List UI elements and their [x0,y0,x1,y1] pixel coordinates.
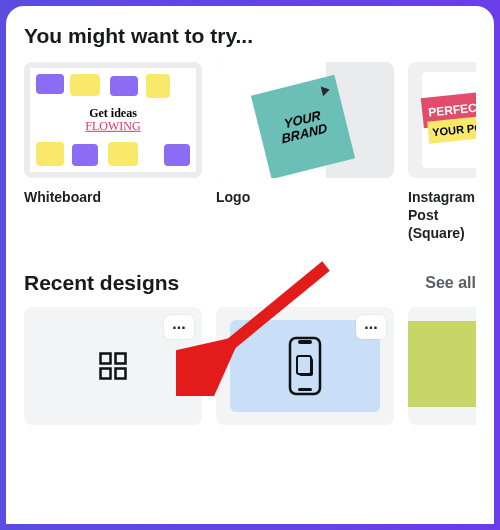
svg-rect-6 [298,388,312,391]
svg-rect-8 [297,356,311,374]
paper-plane-icon [321,85,331,97]
whiteboard-caption-line2: FLOWING [85,120,140,133]
recent-design-card[interactable]: ... [24,307,202,425]
template-thumb-whiteboard: Get ideas FLOWING [24,62,202,178]
recent-row: ... ... [24,307,476,425]
template-label-instagram: Instagram Post (Square) [408,188,476,243]
template-label-whiteboard: Whiteboard [24,188,202,206]
more-options-button[interactable]: ... [356,315,386,339]
more-options-button[interactable]: ... [164,315,194,339]
presentation-preview: ✕ [408,321,476,407]
template-thumb-instagram: PERFEC YOUR PO [408,62,476,178]
template-card-logo[interactable]: YOUR BRAND Logo [216,62,394,243]
svg-rect-1 [116,353,126,363]
recent-designs-title: Recent designs [24,271,179,295]
recent-design-card[interactable]: ... [216,307,394,425]
svg-rect-2 [101,368,111,378]
svg-rect-3 [116,368,126,378]
recent-design-card[interactable]: ✕ [408,307,476,425]
see-all-link[interactable]: See all [425,274,476,292]
template-card-instagram-post[interactable]: PERFEC YOUR PO Instagram Post (Square) [408,62,476,243]
suggestions-section: You might want to try... Get ideas FLOWI… [6,24,494,425]
template-label-logo: Logo [216,188,394,206]
template-thumb-logo: YOUR BRAND [216,62,394,178]
phone-icon [288,336,322,396]
suggestions-row: Get ideas FLOWING Whiteboard YOUR BRAND [24,62,476,243]
grid-icon [98,351,128,381]
svg-rect-0 [101,353,111,363]
suggestions-title: You might want to try... [24,24,476,48]
template-card-whiteboard[interactable]: Get ideas FLOWING Whiteboard [24,62,202,243]
svg-rect-5 [298,340,312,344]
home-panel: You might want to try... Get ideas FLOWI… [6,6,494,524]
